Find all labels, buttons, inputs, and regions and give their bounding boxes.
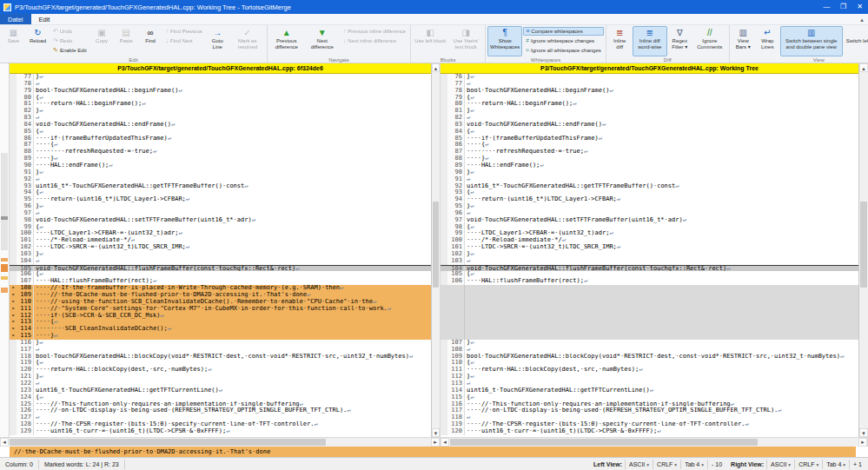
- scroll-left-icon[interactable]: ◄: [0, 438, 9, 447]
- code-line[interactable]: 117····//·on·LTDC·display·is·being·used·…: [441, 407, 858, 414]
- code-line[interactable]: 91↵: [441, 176, 858, 183]
- code-line[interactable]: 79bool·TouchGFXGeneratedHAL::beginFrame(…: [10, 88, 431, 95]
- code-line[interactable]: 103↵: [441, 258, 858, 265]
- code-line[interactable]: 106{↵: [10, 271, 431, 278]
- code-line[interactable]: 90}↵: [441, 169, 858, 176]
- code-line[interactable]: 101····/*·Reload·immediate·*/↵: [10, 237, 431, 244]
- ignore-whitespace-changes-option[interactable]: ≠Ignore whitespace changes: [523, 36, 604, 45]
- compare-whitespaces-option[interactable]: ≡Compare whitespaces: [523, 27, 604, 36]
- maximize-button[interactable]: ❐: [835, 0, 851, 14]
- code-line[interactable]: 129····uint16_t·curr·=·(uint16_t)(LTDC->…: [10, 428, 431, 435]
- code-line[interactable]: 117↵: [10, 347, 431, 354]
- code-line[interactable]: [441, 299, 858, 306]
- code-line[interactable]: 95}↵: [441, 203, 858, 210]
- code-line[interactable]: 95····return·(uint16_t*)LTDC_Layer1->CFB…: [10, 196, 431, 203]
- view-bars-button[interactable]: ▥View Bars ▾: [732, 26, 755, 56]
- code-line[interactable]: 88········refreshRequested·=·true;↵: [10, 149, 431, 156]
- code-line[interactable]: 84void·TouchGFXGeneratedHAL::endFrame()↵: [10, 122, 431, 129]
- code-line[interactable]: 104↵: [10, 258, 431, 265]
- goto-line-button[interactable]: →Goto Line: [206, 26, 229, 56]
- code-line[interactable]: 88····}↵: [441, 156, 858, 162]
- code-line[interactable]: 102····LTDC->SRCR·=·(uint32_t)LTDC_SRCR_…: [10, 244, 431, 251]
- code-line[interactable]: 113↵: [441, 381, 858, 387]
- code-line[interactable]: [441, 333, 858, 340]
- right-vertical-scrollbar[interactable]: ▲ ▼: [859, 63, 868, 437]
- left-code-view[interactable]: 77}↵78↵79bool·TouchGFXGeneratedHAL::begi…: [10, 74, 431, 437]
- code-line[interactable]: 85{↵: [10, 129, 431, 136]
- code-line[interactable]: 116····//·This·function·only·requires·an…: [441, 401, 858, 408]
- code-line[interactable]: 122↵: [10, 381, 431, 387]
- status-segment[interactable]: Tab 4▾: [680, 460, 707, 469]
- right-horizontal-scrollbar[interactable]: ◄ ►: [441, 438, 868, 447]
- scroll-up-icon[interactable]: ▲: [432, 63, 440, 72]
- save-button[interactable]: ▦Save: [2, 26, 25, 56]
- menu-tab-datei[interactable]: Datei: [0, 14, 31, 24]
- paste-button[interactable]: ▤Paste: [115, 26, 138, 56]
- code-line[interactable]: 94····return·(uint16_t*)LTDC_Layer1->CFB…: [441, 196, 858, 203]
- switch-left-right-button[interactable]: ⇄Switch left and right view: [844, 26, 868, 56]
- status-segment[interactable]: + 1: [849, 460, 865, 469]
- copy-button[interactable]: ▣Copy: [90, 26, 114, 56]
- left-horizontal-scrollbar[interactable]: ◄ ►: [0, 438, 441, 447]
- code-line[interactable]: 128····//·The·CPSR·register·(bits·15:0)·…: [10, 421, 431, 428]
- previous-inline-difference-button[interactable]: ↑Previous inline difference: [341, 27, 408, 36]
- left-vscroll-thumb[interactable]: [433, 202, 439, 288]
- code-line[interactable]: 98void·TouchGFXGeneratedHAL::setTFTFrame…: [10, 217, 431, 224]
- code-line[interactable]: 76}↵: [441, 74, 858, 81]
- collapse-ribbon-icon[interactable]: ▴: [856, 14, 868, 24]
- code-line[interactable]: 96}↵: [10, 203, 431, 210]
- code-line[interactable]: 114uint16_t·TouchGFXGeneratedHAL::getTFT…: [441, 387, 858, 394]
- code-line[interactable]: 77↵: [441, 81, 858, 88]
- right-vscroll-thumb[interactable]: [860, 202, 867, 288]
- code-line[interactable]: [441, 326, 858, 333]
- status-segment[interactable]: - 10: [707, 460, 726, 469]
- code-line[interactable]: 79{↵: [441, 95, 858, 102]
- code-line[interactable]: [441, 306, 858, 313]
- wrap-lines-button[interactable]: ↵Wrap Lines: [756, 26, 779, 56]
- next-inline-difference-button[interactable]: ↓Next inline difference: [341, 36, 408, 45]
- scroll-left-icon[interactable]: ◄: [441, 438, 449, 447]
- code-line[interactable]: 123uint16_t·TouchGFXGeneratedHAL::getTFT…: [10, 387, 431, 394]
- code-line[interactable]: -109····//·the·DCache·must·be·flushed·pr…: [10, 292, 431, 299]
- code-line[interactable]: 87····{↵: [10, 142, 431, 149]
- use-left-block-button[interactable]: ◧Use left block: [413, 26, 447, 56]
- code-line[interactable]: 81}↵: [441, 108, 858, 115]
- code-line[interactable]: 119{↵: [10, 360, 431, 367]
- code-line[interactable]: 120····uint16_t·curr·=·(uint16_t)(LTDC->…: [441, 428, 858, 435]
- right-code-view[interactable]: 76}↵77↵78bool·TouchGFXGeneratedHAL::begi…: [441, 74, 858, 437]
- code-line[interactable]: 126····//·on·LTDC·display·is·being·used·…: [10, 407, 431, 414]
- code-line[interactable]: 118bool·TouchGFXGeneratedHAL::blockCopy(…: [10, 354, 431, 361]
- code-line[interactable]: 92↵: [10, 176, 431, 183]
- code-line[interactable]: 84{↵: [441, 129, 858, 136]
- close-button[interactable]: ✕: [851, 0, 868, 14]
- left-vertical-scrollbar[interactable]: ▲ ▼: [432, 63, 441, 437]
- code-line[interactable]: 78↵: [10, 81, 431, 88]
- ignore-all-whitespace-changes-option[interactable]: ≈Ignore all whitespace changes: [523, 46, 604, 55]
- code-line[interactable]: 93{↵: [441, 189, 858, 196]
- code-line[interactable]: 107····HAL::flushFrameBuffer(rect);↵: [10, 278, 431, 285]
- reload-button[interactable]: ↻Reload: [26, 26, 50, 56]
- code-line[interactable]: 78bool·TouchGFXGeneratedHAL::beginFrame(…: [441, 88, 858, 95]
- code-line[interactable]: 99{↵: [10, 224, 431, 231]
- code-line[interactable]: 86····{↵: [441, 142, 858, 149]
- right-hscroll-thumb[interactable]: [450, 439, 758, 446]
- code-line[interactable]: 105{↵: [441, 271, 858, 278]
- status-segment[interactable]: CRLF▾: [653, 460, 680, 469]
- code-line[interactable]: -115····}↵: [10, 333, 431, 340]
- code-line[interactable]: 82↵: [441, 115, 858, 122]
- code-line[interactable]: 103}↵: [10, 251, 431, 258]
- code-line[interactable]: [441, 292, 858, 299]
- code-line[interactable]: 94{↵: [10, 189, 431, 196]
- minimize-button[interactable]: —: [818, 0, 835, 14]
- status-segment[interactable]: CRLF▾: [794, 460, 822, 469]
- code-line[interactable]: 87········refreshRequested·=·true;↵: [441, 149, 858, 156]
- code-line[interactable]: [441, 319, 858, 326]
- code-line[interactable]: 85····if·(frameBufferUpdatedThisFrame)↵: [441, 136, 858, 142]
- code-line[interactable]: 99····LTDC_Layer1->CFBAR·=·(uint32_t)adr…: [441, 230, 858, 237]
- code-line[interactable]: 89····}↵: [10, 156, 431, 162]
- code-line[interactable]: 108↵: [441, 347, 858, 354]
- code-line[interactable]: 91}↵: [10, 169, 431, 176]
- code-line[interactable]: 104void·TouchGFXGeneratedHAL::flushFrame…: [441, 265, 858, 272]
- code-line[interactable]: 89····HAL::endFrame();↵: [441, 162, 858, 169]
- code-line[interactable]: 112}↵: [441, 374, 858, 381]
